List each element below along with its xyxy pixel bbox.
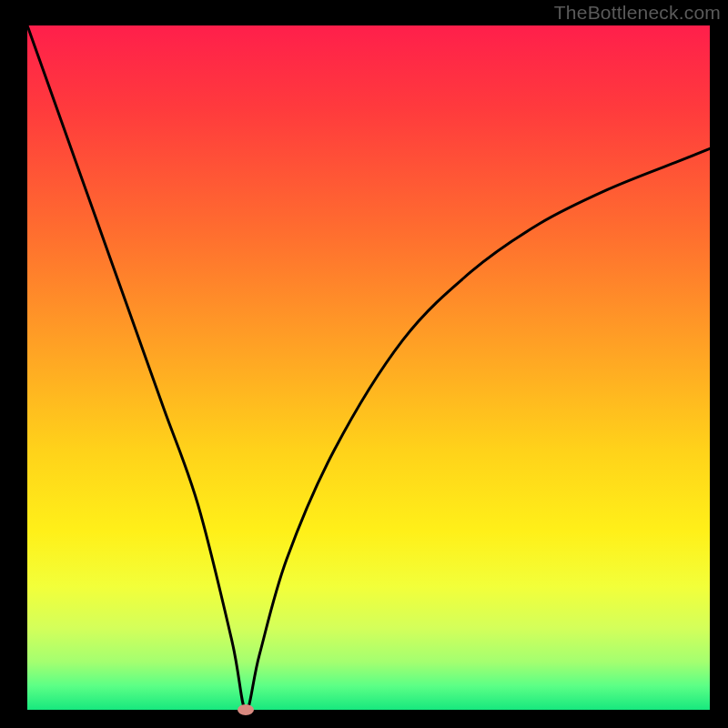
chart-frame: TheBottleneck.com [0, 0, 728, 728]
bottleneck-chart [0, 0, 728, 728]
optimal-marker [238, 704, 254, 715]
plot-background [27, 25, 710, 710]
watermark-text: TheBottleneck.com [554, 2, 721, 24]
